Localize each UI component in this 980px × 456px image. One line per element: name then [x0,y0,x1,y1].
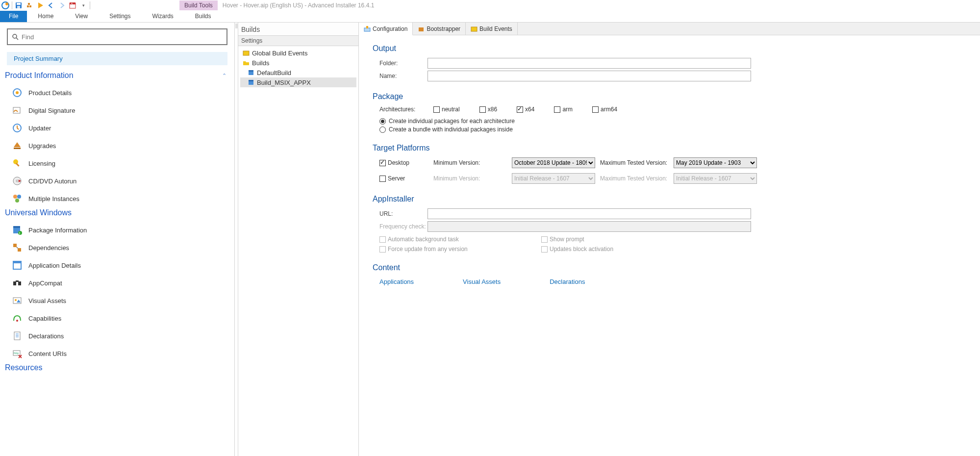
signature-icon [11,105,24,116]
nav-updater[interactable]: Updater [4,119,230,137]
nav-dependencies[interactable]: Dependencies [4,239,230,256]
section-universal-windows[interactable]: Universal Windows [5,208,230,217]
nav-visual-assets[interactable]: Visual Assets [4,292,230,309]
build-item-icon [247,69,255,76]
url-input[interactable] [427,208,751,219]
svg-rect-52 [249,71,253,75]
nav-digital-signature[interactable]: Digital Signature [4,101,230,119]
ribbon-tab-view[interactable]: View [64,11,99,22]
app-logo-icon[interactable] [0,0,10,10]
arch-x86[interactable]: x86 [479,106,497,113]
package-info-icon: i [11,225,24,235]
radio-individual-packages[interactable]: Create individual packages for each arch… [379,118,971,125]
svg-rect-55 [249,80,253,81]
start-page-icon[interactable]: 5 [68,0,77,10]
contextual-tab-buildtools[interactable]: Build Tools [179,0,218,10]
desktop-min-version[interactable]: October 2018 Update - 1809 [512,157,595,168]
svg-rect-59 [471,27,477,31]
tree-global-build-events[interactable]: Global Build Events [240,48,356,58]
chk-show-prompt: Show prompt [541,236,703,243]
group-appinstaller: AppInstaller [373,195,971,203]
app-details-icon [11,260,24,271]
chk-force-update: Force update from any version [379,246,541,253]
frequency-input [427,221,751,232]
content-tabs: Configuration Bootstrapper Build Events [359,23,980,35]
tree-builds-folder[interactable]: Builds [240,58,356,68]
ribbon-tab-settings[interactable]: Settings [99,11,141,22]
tab-bootstrapper[interactable]: Bootstrapper [413,23,466,35]
dependencies-icon [11,242,24,253]
build-events-icon [471,25,477,32]
section-label: Resources [5,363,42,372]
nav-application-details[interactable]: Application Details [4,256,230,274]
nav-upgrades[interactable]: Upgrades [4,137,230,154]
configuration-icon [364,25,371,32]
svg-rect-36 [13,281,16,285]
target-desktop[interactable]: Desktop [379,159,433,166]
radio-bundle[interactable]: Create a bundle with individual packages… [379,126,971,133]
events-icon [242,49,250,57]
ribbon-tab-file[interactable]: File [0,11,27,22]
link-declarations[interactable]: Declarations [550,278,585,285]
nav-declarations[interactable]: Declarations [4,327,230,345]
forward-icon[interactable] [57,0,67,10]
folder-icon [242,59,250,67]
splitter[interactable] [234,23,238,456]
upgrades-icon [11,140,24,151]
svg-point-26 [15,199,19,203]
left-nav: Project Summary Product Information ⌃ Pr… [0,23,234,456]
section-resources[interactable]: Resources [5,363,230,372]
tab-configuration[interactable]: Configuration [359,23,413,35]
ribbon-tab-home[interactable]: Home [27,11,64,22]
desktop-min-label: Minimum Version: [433,159,512,166]
nav-appcompat[interactable]: AppCompat [4,274,230,292]
name-input[interactable] [427,71,751,81]
svg-rect-43 [14,332,20,340]
save-icon[interactable] [14,0,24,10]
nav-capabilities[interactable]: Capabilities [4,309,230,327]
section-product-information[interactable]: Product Information ⌃ [5,71,230,80]
search-box[interactable] [7,28,227,45]
ribbon-tab-builds[interactable]: Builds [184,11,222,22]
back-icon[interactable] [46,0,56,10]
desktop-max-version[interactable]: May 2019 Update - 1903 [674,157,757,168]
architectures-label: Architectures: [379,106,414,113]
product-details-icon [11,87,24,98]
cd-icon [11,176,24,186]
svg-rect-5 [27,5,29,7]
arch-arm[interactable]: arm [554,106,573,113]
nav-licensing[interactable]: Licensing [4,154,230,172]
server-min-version: Initial Release - 1607 [512,173,595,184]
svg-rect-56 [364,28,370,31]
link-visual-assets[interactable]: Visual Assets [463,278,501,285]
bootstrapper-icon [418,25,425,32]
qat-separator [12,1,12,9]
folder-input[interactable] [427,58,751,69]
arch-neutral[interactable]: neutral [433,106,460,113]
link-applications[interactable]: Applications [379,278,414,285]
target-server[interactable]: Server [379,175,433,182]
qat-separator-2 [90,1,90,9]
nav-content-uris[interactable]: httpContent URIs [4,345,230,362]
builds-tree-pane: Builds Settings Global Build Events Buil… [238,23,359,456]
tab-build-events[interactable]: Build Events [466,23,518,35]
search-input[interactable] [22,33,223,41]
run-icon[interactable] [35,0,45,10]
nav-product-details[interactable]: Product Details [4,84,230,101]
svg-rect-6 [29,5,31,7]
qat-dropdown-icon[interactable]: ▾ [78,0,88,10]
ribbon-tab-wizards[interactable]: Wizards [142,11,184,22]
project-summary-link[interactable]: Project Summary [7,52,227,65]
tree-title: Builds [238,23,358,35]
arch-x64[interactable]: x64 [517,106,534,113]
nav-cddvd-autorun[interactable]: CD/DVD Autorun [4,172,230,190]
arch-arm64[interactable]: arm64 [592,106,617,113]
tree-defaultbuild[interactable]: DefaultBuild [240,68,356,77]
tree-build-msix-appx[interactable]: Build_MSIX_APPX [240,77,356,87]
group-content: Content [373,263,971,272]
svg-point-25 [17,195,21,199]
build-icon[interactable] [25,0,34,10]
visual-assets-icon [11,295,24,306]
nav-multiple-instances[interactable]: Multiple Instances [4,190,230,207]
nav-package-information[interactable]: iPackage Information [4,221,230,239]
